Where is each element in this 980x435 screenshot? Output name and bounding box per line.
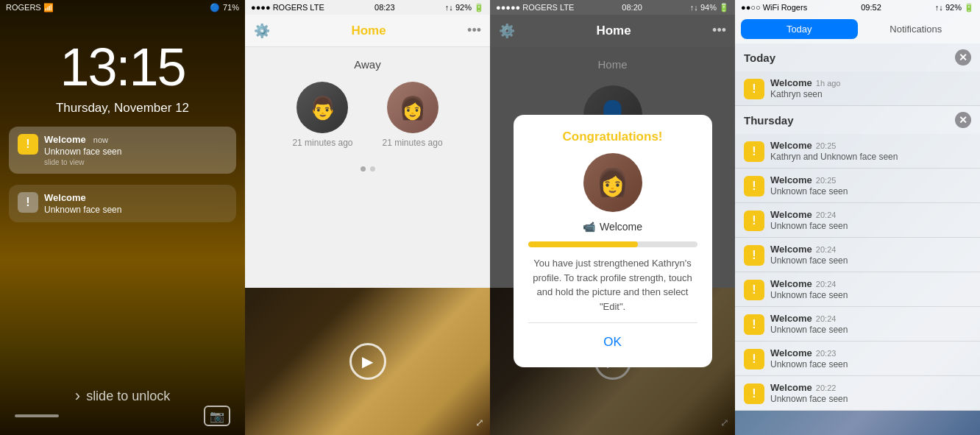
away-nav-bar: ⚙️ Home ••• bbox=[245, 15, 490, 47]
unlock-bar[interactable]: › slide to unlock bbox=[0, 386, 245, 406]
page-dot-2[interactable] bbox=[370, 166, 375, 171]
thursday-notif-row-7[interactable]: ! Welcome 20:22 Unknown face seen bbox=[735, 376, 980, 411]
thursday-notif-time-1: 20:25 bbox=[816, 176, 837, 185]
today-notif-title: Welcome bbox=[770, 77, 812, 88]
dialog-title: Congratulations! bbox=[563, 130, 663, 144]
camera-button-lock[interactable]: 📷 bbox=[204, 406, 230, 426]
person2-item: 👩 21 minutes ago bbox=[383, 82, 443, 148]
away-fullscreen-icon[interactable]: ⤢ bbox=[475, 417, 484, 428]
away-settings-icon[interactable]: ⚙️ bbox=[254, 23, 270, 39]
lock-notif-2-title: Welcome bbox=[44, 192, 227, 203]
away-more-icon[interactable]: ••• bbox=[467, 23, 481, 38]
thursday-section-title: Thursday bbox=[744, 114, 794, 127]
thursday-notif-row-2[interactable]: ! Welcome 20:24 Unknown face seen bbox=[735, 203, 980, 238]
dialog-camera-label: 📹 Welcome bbox=[583, 221, 642, 233]
lock-time: 13:15 bbox=[0, 37, 245, 97]
unlock-text: slide to unlock bbox=[86, 389, 170, 404]
lock-notification-2[interactable]: ! Welcome Unknown face seen bbox=[9, 185, 236, 222]
thursday-clear-button[interactable]: ✕ bbox=[955, 112, 971, 128]
thursday-notif-content-1: Welcome 20:25 Unknown face seen bbox=[770, 174, 971, 197]
dialog-ok-button[interactable]: OK bbox=[528, 332, 697, 353]
lock-status-bar: ROGERS 📶 🔵 71% bbox=[0, 0, 245, 15]
dialog-settings-icon[interactable]: ⚙️ bbox=[499, 23, 515, 39]
home-away-panel: ●●●● ROGERS LTE 08:23 ↑↓ 92% 🔋 ⚙️ Home •… bbox=[245, 0, 490, 435]
thursday-notif-time-3: 20:24 bbox=[816, 245, 837, 254]
tab-today[interactable]: Today bbox=[741, 19, 858, 39]
notif-carrier: ●●○○ WiFi Rogers bbox=[741, 3, 807, 12]
tab-notifications[interactable]: Notifications bbox=[858, 19, 975, 39]
thursday-notif-time-0: 20:25 bbox=[816, 141, 837, 150]
thursday-notif-icon-2: ! bbox=[744, 211, 764, 231]
lock-notif-2-body: Unknown face seen bbox=[44, 205, 227, 215]
person2-avatar: 👩 bbox=[387, 82, 438, 133]
notif-time: 09:52 bbox=[861, 3, 881, 12]
thursday-notif-body-4: Unknown face seen bbox=[770, 290, 971, 300]
thursday-notif-time-6: 20:23 bbox=[816, 349, 837, 358]
congratulations-dialog: Congratulations! 👩 📹 Welcome You have ju… bbox=[514, 115, 712, 367]
thursday-notif-content-4: Welcome 20:24 Unknown face seen bbox=[770, 278, 971, 300]
thursday-notif-icon-4: ! bbox=[744, 280, 764, 300]
lock-notif-1-content: Welcome now Unknown face seen slide to v… bbox=[44, 134, 227, 166]
away-camera-feed[interactable]: ▲ ▶ ⤢ bbox=[245, 288, 490, 435]
welcome-app-icon-1: ! bbox=[18, 134, 38, 155]
lock-wifi-icon: 📶 bbox=[43, 3, 54, 13]
thursday-notif-title-4: Welcome bbox=[770, 278, 812, 289]
lock-status-right: 🔵 71% bbox=[210, 3, 239, 13]
dialog-status-bar: ●●●●● ROGERS LTE 08:20 ↑↓ 94% 🔋 bbox=[490, 0, 735, 15]
lock-bottom-bar: 📷 bbox=[0, 406, 245, 426]
dialog-progress-bar bbox=[528, 241, 697, 247]
person1-avatar: 👨 bbox=[297, 82, 348, 133]
notif-content: Today ✕ ! Welcome 1h ago Kathryn seen Th… bbox=[735, 43, 980, 411]
lock-bluetooth-icon: 🔵 bbox=[210, 3, 220, 13]
person1-time: 21 minutes ago bbox=[292, 138, 352, 148]
thursday-notif-body-7: Unknown face seen bbox=[770, 394, 971, 404]
lock-carrier-text: ROGERS bbox=[6, 3, 41, 12]
thursday-notif-row-0[interactable]: ! Welcome 20:25 Kathryn and Unknown face… bbox=[735, 134, 980, 169]
notif-battery-info: ↑↓ 92% 🔋 bbox=[935, 3, 974, 13]
away-time: 08:23 bbox=[374, 3, 395, 12]
thursday-section-header: Thursday ✕ bbox=[735, 106, 980, 134]
page-dot-1[interactable] bbox=[361, 166, 366, 171]
thursday-notif-icon-3: ! bbox=[744, 245, 764, 266]
thursday-notif-body-0: Kathryn and Unknown face seen bbox=[770, 152, 971, 162]
unlock-chevron: › bbox=[75, 386, 80, 406]
away-play-button[interactable]: ▶ bbox=[349, 343, 386, 380]
dialog-divider bbox=[528, 322, 697, 323]
dialog-time: 08:20 bbox=[622, 3, 642, 12]
dialog-nav-bar: ⚙️ Home ••• bbox=[490, 15, 735, 47]
away-camera-room: ▶ bbox=[245, 288, 490, 435]
lock-date: Thursday, November 12 bbox=[0, 101, 245, 116]
dialog-nav-title: Home bbox=[515, 24, 712, 38]
thursday-notif-title-6: Welcome bbox=[770, 347, 812, 358]
thursday-notif-row-6[interactable]: ! Welcome 20:23 Unknown face seen bbox=[735, 342, 980, 376]
away-section-label: Away bbox=[245, 47, 490, 78]
thursday-notif-content-6: Welcome 20:23 Unknown face seen bbox=[770, 347, 971, 369]
thursday-notif-icon-1: ! bbox=[744, 176, 764, 197]
today-notif-icon: ! bbox=[744, 79, 764, 99]
today-clear-button[interactable]: ✕ bbox=[955, 49, 971, 66]
thursday-notif-body-5: Unknown face seen bbox=[770, 325, 971, 335]
thursday-notif-title-1: Welcome bbox=[770, 174, 812, 185]
thursday-notif-body-6: Unknown face seen bbox=[770, 359, 971, 369]
thursday-notif-row-4[interactable]: ! Welcome 20:24 Unknown face seen bbox=[735, 272, 980, 307]
today-notif-time: 1h ago bbox=[816, 79, 841, 88]
thursday-notif-row-1[interactable]: ! Welcome 20:25 Unknown face seen bbox=[735, 169, 980, 203]
away-face-row: 👨 21 minutes ago 👩 21 minutes ago bbox=[245, 78, 490, 152]
thursday-notif-content-3: Welcome 20:24 Unknown face seen bbox=[770, 244, 971, 266]
thursday-notif-time-5: 20:24 bbox=[816, 314, 837, 323]
dialog-camera-icon: 📹 bbox=[583, 221, 595, 233]
thursday-notif-content-0: Welcome 20:25 Kathryn and Unknown face s… bbox=[770, 140, 971, 162]
away-nav-title: Home bbox=[270, 24, 467, 38]
dialog-more-icon[interactable]: ••• bbox=[712, 23, 726, 38]
today-notif-row[interactable]: ! Welcome 1h ago Kathryn seen bbox=[735, 71, 980, 106]
thursday-notif-icon-5: ! bbox=[744, 314, 764, 335]
congratulations-dialog-overlay: Congratulations! 👩 📹 Welcome You have ju… bbox=[490, 47, 735, 435]
thursday-notif-icon-6: ! bbox=[744, 349, 764, 369]
thursday-notif-row-3[interactable]: ! Welcome 20:24 Unknown face seen bbox=[735, 238, 980, 272]
lock-battery: 71% bbox=[223, 3, 239, 12]
lock-notification-1[interactable]: ! Welcome now Unknown face seen slide to… bbox=[9, 127, 236, 174]
thursday-notif-row-5[interactable]: ! Welcome 20:24 Unknown face seen bbox=[735, 307, 980, 342]
dialog-body-text: You have just strengthened Kathryn's pro… bbox=[528, 256, 697, 314]
dialog-progress-fill bbox=[528, 241, 639, 247]
notifications-panel: ●●○○ WiFi Rogers 09:52 ↑↓ 92% 🔋 Today No… bbox=[735, 0, 980, 435]
